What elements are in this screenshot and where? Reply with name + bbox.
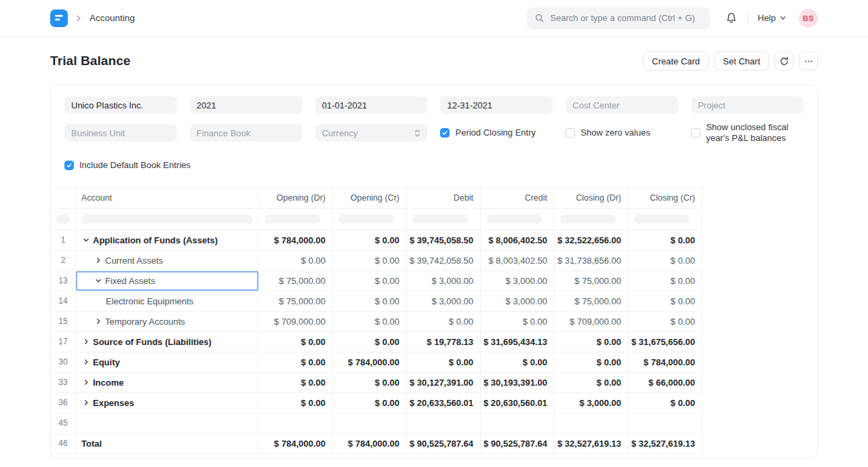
amount-cell[interactable]: $ 0.00 bbox=[333, 230, 407, 251]
amount-cell[interactable]: $ 0.00 bbox=[629, 230, 703, 251]
search-input[interactable]: Search or type a command (Ctrl + G) bbox=[527, 7, 710, 29]
column-header-opening-dr[interactable]: Opening (Dr) bbox=[259, 188, 333, 209]
amount-cell[interactable]: $ 784,000.00 bbox=[333, 352, 407, 373]
amount-cell[interactable]: $ 0.00 bbox=[481, 352, 555, 373]
chevron-down-icon[interactable] bbox=[81, 235, 91, 245]
row-number-cell[interactable]: 46 bbox=[51, 434, 76, 454]
chevron-right-icon[interactable] bbox=[94, 256, 103, 265]
amount-cell[interactable] bbox=[555, 413, 629, 434]
column-header-account[interactable]: Account bbox=[76, 188, 259, 209]
amount-cell[interactable]: $ 90,525,787.64 bbox=[407, 434, 481, 454]
row-number-cell[interactable]: 2 bbox=[51, 251, 76, 271]
chevron-right-icon[interactable] bbox=[81, 398, 91, 407]
amount-cell[interactable]: $ 0.00 bbox=[629, 291, 703, 312]
amount-cell[interactable]: $ 31,738,656.00 bbox=[555, 251, 629, 271]
amount-cell[interactable]: $ 39,745,058.50 bbox=[407, 230, 481, 251]
row-number-cell[interactable]: 30 bbox=[51, 352, 76, 373]
amount-cell[interactable]: $ 75,000.00 bbox=[259, 271, 333, 291]
fiscal-year-filter[interactable]: 2021 bbox=[190, 96, 302, 114]
row-number-cell[interactable]: 14 bbox=[51, 291, 76, 312]
amount-cell[interactable]: $ 784,000.00 bbox=[259, 434, 333, 454]
amount-cell[interactable]: $ 75,000.00 bbox=[259, 291, 333, 312]
amount-cell[interactable]: $ 20,630,560.01 bbox=[481, 393, 555, 413]
amount-cell[interactable]: $ 30,127,391.00 bbox=[407, 373, 481, 393]
account-cell[interactable]: Income bbox=[76, 373, 259, 393]
amount-cell[interactable]: $ 0.00 bbox=[333, 271, 407, 291]
account-cell[interactable]: Application of Funds (Assets) bbox=[76, 230, 259, 251]
column-header-debit[interactable]: Debit bbox=[407, 188, 481, 209]
amount-cell[interactable]: $ 784,000.00 bbox=[333, 434, 407, 454]
amount-cell[interactable]: $ 0.00 bbox=[333, 332, 407, 352]
column-filter-pill[interactable] bbox=[338, 214, 394, 224]
column-header-closing-cr[interactable]: Closing (Cr) bbox=[629, 188, 703, 209]
amount-cell[interactable]: $ 0.00 bbox=[333, 291, 407, 312]
checkbox-show-unclosed-fy-pl[interactable]: Show unclosed fiscal year's P&L balances bbox=[691, 122, 804, 144]
amount-cell[interactable]: $ 0.00 bbox=[333, 251, 407, 271]
amount-cell[interactable] bbox=[259, 413, 333, 434]
chevron-right-icon[interactable] bbox=[81, 378, 91, 387]
company-filter[interactable]: Unico Plastics Inc. bbox=[64, 96, 177, 114]
amount-cell[interactable] bbox=[407, 413, 481, 434]
amount-cell[interactable]: $ 0.00 bbox=[629, 312, 703, 332]
amount-cell[interactable]: $ 75,000.00 bbox=[555, 291, 629, 312]
create-card-button[interactable]: Create Card bbox=[643, 52, 709, 70]
more-menu-button[interactable] bbox=[799, 52, 818, 70]
amount-cell[interactable]: $ 32,527,619.13 bbox=[555, 434, 629, 454]
column-header-closing-dr[interactable]: Closing (Dr) bbox=[555, 188, 629, 209]
amount-cell[interactable]: $ 66,000.00 bbox=[629, 373, 703, 393]
amount-cell[interactable]: $ 0.00 bbox=[555, 332, 629, 352]
account-cell[interactable]: Fixed Assets bbox=[76, 271, 259, 291]
amount-cell[interactable]: $ 784,000.00 bbox=[259, 230, 333, 251]
amount-cell[interactable]: $ 3,000.00 bbox=[555, 393, 629, 413]
amount-cell[interactable] bbox=[333, 413, 407, 434]
amount-cell[interactable]: $ 32,527,619.13 bbox=[629, 434, 703, 454]
amount-cell[interactable]: $ 3,000.00 bbox=[407, 291, 481, 312]
row-number-cell[interactable]: 33 bbox=[51, 373, 76, 393]
amount-cell[interactable]: $ 0.00 bbox=[481, 312, 555, 332]
amount-cell[interactable]: $ 0.00 bbox=[629, 251, 703, 271]
account-cell[interactable]: Expenses bbox=[76, 393, 259, 413]
column-filter-pill[interactable] bbox=[634, 214, 690, 224]
row-number-cell[interactable]: 36 bbox=[51, 393, 76, 413]
row-number-cell[interactable]: 17 bbox=[51, 332, 76, 352]
breadcrumb[interactable]: Accounting bbox=[90, 13, 135, 23]
amount-cell[interactable]: $ 0.00 bbox=[259, 373, 333, 393]
row-number-cell[interactable]: 1 bbox=[51, 230, 76, 251]
amount-cell[interactable]: $ 0.00 bbox=[259, 251, 333, 271]
amount-cell[interactable]: $ 0.00 bbox=[333, 312, 407, 332]
account-cell[interactable] bbox=[76, 413, 259, 434]
notifications-button[interactable] bbox=[725, 12, 738, 24]
account-cell[interactable]: Current Assets bbox=[76, 251, 259, 271]
amount-cell[interactable]: $ 8,006,402.50 bbox=[481, 230, 555, 251]
amount-cell[interactable]: $ 0.00 bbox=[629, 271, 703, 291]
checkbox-show-zero-values[interactable]: Show zero values bbox=[566, 127, 678, 138]
amount-cell[interactable]: $ 3,000.00 bbox=[407, 271, 481, 291]
amount-cell[interactable]: $ 0.00 bbox=[555, 373, 629, 393]
amount-cell[interactable]: $ 19,778.13 bbox=[407, 332, 481, 352]
account-cell[interactable]: Total bbox=[76, 434, 259, 454]
currency-select[interactable]: Currency bbox=[315, 124, 428, 142]
cost-center-filter[interactable]: Cost Center bbox=[566, 96, 678, 114]
amount-cell[interactable]: $ 0.00 bbox=[259, 393, 333, 413]
help-menu[interactable]: Help bbox=[757, 13, 787, 23]
amount-cell[interactable] bbox=[481, 413, 555, 434]
amount-cell[interactable]: $ 30,193,391.00 bbox=[481, 373, 555, 393]
column-filter-pill[interactable] bbox=[412, 214, 468, 224]
chevron-right-icon[interactable] bbox=[94, 317, 103, 326]
column-filter-pill[interactable] bbox=[56, 214, 70, 224]
amount-cell[interactable]: $ 32,522,656.00 bbox=[555, 230, 629, 251]
checkbox-period-closing-entry[interactable]: Period Closing Entry bbox=[440, 127, 553, 138]
account-cell[interactable]: Equity bbox=[76, 352, 259, 373]
from-date-filter[interactable]: 01-01-2021 bbox=[315, 96, 428, 114]
amount-cell[interactable]: $ 0.00 bbox=[333, 393, 407, 413]
amount-cell[interactable]: $ 0.00 bbox=[259, 332, 333, 352]
amount-cell[interactable]: $ 0.00 bbox=[407, 352, 481, 373]
amount-cell[interactable]: $ 0.00 bbox=[629, 393, 703, 413]
amount-cell[interactable]: $ 31,695,434.13 bbox=[481, 332, 555, 352]
account-cell[interactable]: Source of Funds (Liabilities) bbox=[76, 332, 259, 352]
amount-cell[interactable]: $ 39,742,058.50 bbox=[407, 251, 481, 271]
account-cell[interactable]: Temporary Accounts bbox=[76, 312, 259, 332]
app-logo[interactable] bbox=[50, 9, 68, 27]
amount-cell[interactable]: $ 0.00 bbox=[333, 373, 407, 393]
column-filter-pill[interactable] bbox=[486, 214, 542, 224]
